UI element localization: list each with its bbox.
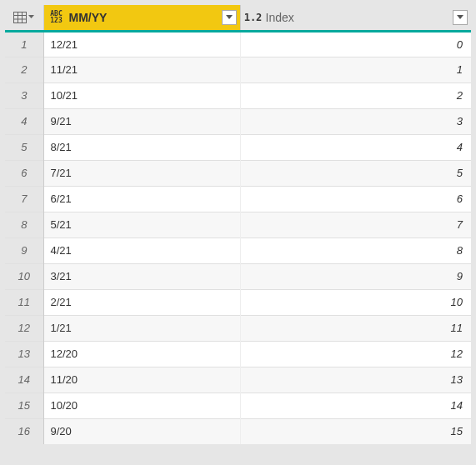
cell-index[interactable]: 1	[240, 57, 471, 82]
cell-mmYY[interactable]: 12/21	[43, 31, 240, 57]
cell-index[interactable]: 10	[240, 289, 471, 315]
cell-mmYY[interactable]: 9/21	[43, 108, 240, 134]
column-header-mmYY[interactable]: ABC 123 MM/YY	[43, 5, 240, 31]
row-number[interactable]: 10	[5, 263, 43, 289]
filter-button[interactable]	[453, 10, 468, 25]
table-row[interactable]: 85/217	[5, 212, 471, 238]
table-row[interactable]: 94/218	[5, 238, 471, 263]
cell-index[interactable]: 2	[240, 82, 471, 108]
row-number[interactable]: 15	[5, 392, 43, 418]
row-number[interactable]: 1	[5, 31, 43, 57]
header-row: ABC 123 MM/YY 1.2 Index	[5, 5, 471, 31]
row-number[interactable]: 3	[5, 82, 43, 108]
row-number[interactable]: 5	[5, 134, 43, 160]
table-row[interactable]: 112/210	[5, 31, 471, 57]
cell-index[interactable]: 8	[240, 238, 471, 263]
row-number[interactable]: 2	[5, 57, 43, 82]
table-row[interactable]: 169/2015	[5, 418, 471, 444]
cell-mmYY[interactable]: 5/21	[43, 212, 240, 238]
row-number[interactable]: 13	[5, 341, 43, 367]
cell-index[interactable]: 5	[240, 160, 471, 186]
table-row[interactable]: 103/219	[5, 263, 471, 289]
cell-index[interactable]: 11	[240, 315, 471, 341]
cell-mmYY[interactable]: 10/21	[43, 82, 240, 108]
cell-mmYY[interactable]: 6/21	[43, 186, 240, 212]
row-number[interactable]: 4	[5, 108, 43, 134]
row-number[interactable]: 12	[5, 315, 43, 341]
table-row[interactable]: 112/2110	[5, 289, 471, 315]
cell-index[interactable]: 15	[240, 418, 471, 444]
column-label: Index	[266, 11, 450, 24]
cell-index[interactable]: 0	[240, 31, 471, 57]
row-number[interactable]: 6	[5, 160, 43, 186]
table-row[interactable]: 1312/2012	[5, 341, 471, 367]
row-number[interactable]: 7	[5, 186, 43, 212]
cell-mmYY[interactable]: 2/21	[43, 289, 240, 315]
data-table: ABC 123 MM/YY 1.2 Index	[5, 5, 471, 444]
table-row[interactable]: 49/213	[5, 108, 471, 134]
cell-mmYY[interactable]: 11/21	[43, 57, 240, 82]
cell-mmYY[interactable]: 3/21	[43, 263, 240, 289]
cell-mmYY[interactable]: 12/20	[43, 341, 240, 367]
corner-cell[interactable]	[5, 5, 43, 31]
cell-mmYY[interactable]: 9/20	[43, 418, 240, 444]
cell-mmYY[interactable]: 11/20	[43, 367, 240, 392]
row-number[interactable]: 14	[5, 367, 43, 392]
table-row[interactable]: 1510/2014	[5, 392, 471, 418]
table-row[interactable]: 67/215	[5, 160, 471, 186]
cell-mmYY[interactable]: 8/21	[43, 134, 240, 160]
chevron-down-icon	[28, 15, 34, 19]
datatype-decimal-icon[interactable]: 1.2	[244, 12, 263, 22]
table-row[interactable]: 121/2111	[5, 315, 471, 341]
column-label: MM/YY	[69, 11, 218, 24]
cell-index[interactable]: 3	[240, 108, 471, 134]
table-row[interactable]: 211/211	[5, 57, 471, 82]
cell-index[interactable]: 7	[240, 212, 471, 238]
cell-index[interactable]: 14	[240, 392, 471, 418]
cell-mmYY[interactable]: 7/21	[43, 160, 240, 186]
table-row[interactable]: 310/212	[5, 82, 471, 108]
column-header-index[interactable]: 1.2 Index	[240, 5, 471, 31]
row-number[interactable]: 8	[5, 212, 43, 238]
table-row[interactable]: 58/214	[5, 134, 471, 160]
chevron-down-icon	[457, 15, 463, 20]
row-number[interactable]: 11	[5, 289, 43, 315]
cell-index[interactable]: 9	[240, 263, 471, 289]
table-options-button[interactable]	[5, 6, 43, 28]
table-row[interactable]: 76/216	[5, 186, 471, 212]
row-number[interactable]: 16	[5, 418, 43, 444]
cell-mmYY[interactable]: 1/21	[43, 315, 240, 341]
svg-rect-0	[14, 12, 27, 22]
table-icon	[13, 12, 27, 23]
cell-index[interactable]: 13	[240, 367, 471, 392]
filter-button[interactable]	[222, 10, 237, 25]
cell-mmYY[interactable]: 10/20	[43, 392, 240, 418]
datatype-any-icon[interactable]: ABC 123	[48, 11, 66, 24]
chevron-down-icon	[226, 15, 233, 20]
cell-index[interactable]: 12	[240, 341, 471, 367]
cell-mmYY[interactable]: 4/21	[43, 238, 240, 263]
row-number[interactable]: 9	[5, 238, 43, 263]
cell-index[interactable]: 4	[240, 134, 471, 160]
cell-index[interactable]: 6	[240, 186, 471, 212]
table-row[interactable]: 1411/2013	[5, 367, 471, 392]
